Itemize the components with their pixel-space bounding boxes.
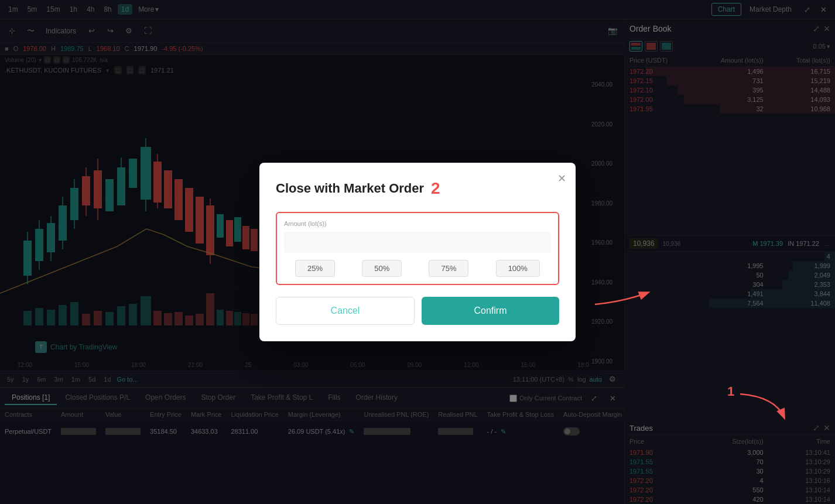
- cancel-button[interactable]: Cancel: [276, 297, 415, 325]
- percent-100-button[interactable]: 100%: [496, 260, 540, 277]
- modal-badge: 2: [431, 179, 440, 198]
- modal-header: Close with Market Order 2: [276, 179, 559, 198]
- amount-label: Amount (lot(s)): [284, 220, 551, 227]
- modal-dialog: ✕ Close with Market Order 2 Amount (lot(…: [259, 163, 576, 341]
- modal-input-section: Amount (lot(s)) 25% 50% 75% 100%: [276, 212, 559, 285]
- confirm-button[interactable]: Confirm: [422, 297, 559, 325]
- modal-actions: Cancel Confirm: [276, 297, 559, 325]
- amount-input[interactable]: [284, 232, 551, 253]
- percent-25-button[interactable]: 25%: [295, 260, 335, 277]
- percent-75-button[interactable]: 75%: [429, 260, 468, 277]
- modal-title: Close with Market Order: [276, 181, 424, 196]
- percent-50-button[interactable]: 50%: [362, 260, 402, 277]
- modal-overlay[interactable]: ✕ Close with Market Order 2 Amount (lot(…: [0, 0, 835, 504]
- modal-close-button[interactable]: ✕: [557, 172, 566, 185]
- percent-row: 25% 50% 75% 100%: [284, 260, 551, 277]
